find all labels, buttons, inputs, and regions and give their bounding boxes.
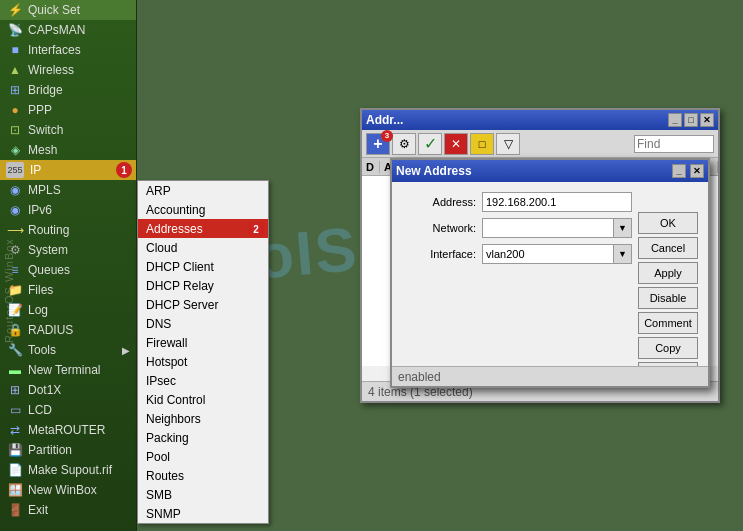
delete-btn[interactable]: ✕ <box>444 133 468 155</box>
quickset-icon: ⚡ <box>6 2 24 18</box>
comment-button[interactable]: Comment <box>638 312 698 334</box>
badge-2: 2 <box>248 221 264 237</box>
address-field-row: Address: <box>406 192 694 212</box>
add-address-btn[interactable]: + 3 <box>366 133 390 155</box>
sidebar-item-radius[interactable]: 🔒 RADIUS <box>0 320 136 340</box>
sidebar-item-mesh[interactable]: ◈ Mesh <box>0 140 136 160</box>
network-label: Network: <box>406 222 476 234</box>
new-addr-body: Address: Network: ▼ Interface: ▼ OK Canc… <box>392 182 708 280</box>
sidebar-item-dot1x[interactable]: ⊞ Dot1X <box>0 380 136 400</box>
sidebar-item-switch[interactable]: ⊡ Switch <box>0 120 136 140</box>
sidebar-item-ppp[interactable]: ● PPP <box>0 100 136 120</box>
addr-list-title: Addr... <box>366 113 666 127</box>
ok-button[interactable]: OK <box>638 212 698 234</box>
addr-list-titlebar: Addr... _ □ ✕ <box>362 110 718 130</box>
settings-icon: ⚙ <box>399 137 410 151</box>
addr-list-close-btn[interactable]: ✕ <box>700 113 714 127</box>
submenu-item-snmp[interactable]: SNMP <box>138 504 268 523</box>
submenu-item-packing[interactable]: Packing <box>138 428 268 447</box>
interface-label: Interface: <box>406 248 476 260</box>
sidebar-item-files[interactable]: 📁 Files <box>0 280 136 300</box>
wireless-icon: ▲ <box>6 62 24 78</box>
sidebar-item-lcd[interactable]: ▭ LCD <box>0 400 136 420</box>
interface-select-wrapper: ▼ <box>482 244 632 264</box>
interface-input[interactable] <box>482 244 614 264</box>
sidebar-item-new-terminal[interactable]: ▬ New Terminal <box>0 360 136 380</box>
sidebar-item-interfaces[interactable]: ■ Interfaces <box>0 40 136 60</box>
new-addr-minimize-btn[interactable]: _ <box>672 164 686 178</box>
submenu-item-dhcp-server[interactable]: DHCP Server <box>138 295 268 314</box>
sidebar-item-wireless[interactable]: ▲ Wireless <box>0 60 136 80</box>
address-input[interactable] <box>482 192 632 212</box>
addr-list-toolbar: + 3 ⚙ ✓ ✕ □ ▽ <box>362 130 718 158</box>
settings-btn[interactable]: ⚙ <box>392 133 416 155</box>
disable-button[interactable]: Disable <box>638 287 698 309</box>
submenu-item-ipsec[interactable]: IPsec <box>138 371 268 390</box>
sidebar-item-quickset[interactable]: ⚡ Quick Set <box>0 0 136 20</box>
sidebar-item-capsman[interactable]: 📡 CAPsMAN <box>0 20 136 40</box>
sidebar: ⚡ Quick Set 📡 CAPsMAN ■ Interfaces ▲ Wir… <box>0 0 137 531</box>
sidebar-item-system[interactable]: ⚙ System <box>0 240 136 260</box>
addr-list-maximize-btn[interactable]: □ <box>684 113 698 127</box>
filter-btn[interactable]: ▽ <box>496 133 520 155</box>
sidebar-item-make-supout[interactable]: 📄 Make Supout.rif <box>0 460 136 480</box>
submenu-item-firewall[interactable]: Firewall <box>138 333 268 352</box>
new-addr-titlebar: New Address _ ✕ <box>392 160 708 182</box>
sidebar-item-ipv6[interactable]: ◉ IPv6 <box>0 200 136 220</box>
exit-icon: 🚪 <box>6 502 24 518</box>
check-btn[interactable]: ✓ <box>418 133 442 155</box>
watermark-text: RouterOS WinBox <box>0 91 18 491</box>
network-select-wrapper: ▼ <box>482 218 632 238</box>
capsman-icon: 📡 <box>6 22 24 38</box>
sidebar-item-ip[interactable]: 255 IP 1 <box>0 160 136 180</box>
copy-btn[interactable]: □ <box>470 133 494 155</box>
sidebar-item-metarouter[interactable]: ⇄ MetaROUTER <box>0 420 136 440</box>
find-input[interactable] <box>634 135 714 153</box>
submenu-item-dhcp-relay[interactable]: DHCP Relay <box>138 276 268 295</box>
network-dropdown-btn[interactable]: ▼ <box>614 218 632 238</box>
submenu-item-arp[interactable]: ARP <box>138 181 268 200</box>
submenu-item-hotspot[interactable]: Hotspot <box>138 352 268 371</box>
submenu-item-pool[interactable]: Pool <box>138 447 268 466</box>
submenu-item-addresses[interactable]: Addresses 2 <box>138 219 268 238</box>
delete-icon: ✕ <box>451 137 461 151</box>
new-addr-title: New Address <box>396 164 472 178</box>
submenu-item-neighbors[interactable]: Neighbors <box>138 409 268 428</box>
dialog-button-group: OK Cancel Apply Disable Comment Copy Rem… <box>638 212 698 384</box>
copy-icon: □ <box>479 138 486 150</box>
addr-list-minimize-btn[interactable]: _ <box>668 113 682 127</box>
address-label: Address: <box>406 196 476 208</box>
submenu-item-dns[interactable]: DNS <box>138 314 268 333</box>
badge-3: 3 <box>381 130 393 142</box>
sidebar-item-queues[interactable]: ≡ Queues <box>0 260 136 280</box>
submenu-item-cloud[interactable]: Cloud <box>138 238 268 257</box>
sidebar-item-routing[interactable]: ⟶ Routing <box>0 220 136 240</box>
sidebar-item-exit[interactable]: 🚪 Exit <box>0 500 136 520</box>
col-d: D <box>362 161 380 173</box>
interfaces-icon: ■ <box>6 42 24 58</box>
sidebar-item-new-winbox[interactable]: 🪟 New WinBox <box>0 480 136 500</box>
submenu-item-kidcontrol[interactable]: Kid Control <box>138 390 268 409</box>
ip-submenu: ARP Accounting Addresses 2 Cloud DHCP Cl… <box>137 180 269 524</box>
submenu-item-accounting[interactable]: Accounting <box>138 200 268 219</box>
sidebar-item-mpls[interactable]: ◉ MPLS <box>0 180 136 200</box>
new-address-dialog: New Address _ ✕ Address: Network: ▼ Inte… <box>390 158 710 388</box>
network-input[interactable] <box>482 218 614 238</box>
dialog-status: enabled <box>392 366 708 386</box>
interface-dropdown-btn[interactable]: ▼ <box>614 244 632 264</box>
submenu-item-routes[interactable]: Routes <box>138 466 268 485</box>
badge-1: 1 <box>116 162 132 178</box>
submenu-item-smb[interactable]: SMB <box>138 485 268 504</box>
copy-button[interactable]: Copy <box>638 337 698 359</box>
submenu-item-dhcp-client[interactable]: DHCP Client <box>138 257 268 276</box>
cancel-button[interactable]: Cancel <box>638 237 698 259</box>
filter-icon: ▽ <box>504 137 513 151</box>
sidebar-item-log[interactable]: 📝 Log <box>0 300 136 320</box>
new-addr-close-btn[interactable]: ✕ <box>690 164 704 178</box>
apply-button[interactable]: Apply <box>638 262 698 284</box>
sidebar-item-partition[interactable]: 💾 Partition <box>0 440 136 460</box>
sidebar-item-bridge[interactable]: ⊞ Bridge <box>0 80 136 100</box>
sidebar-item-tools[interactable]: 🔧 Tools ▶ <box>0 340 136 360</box>
